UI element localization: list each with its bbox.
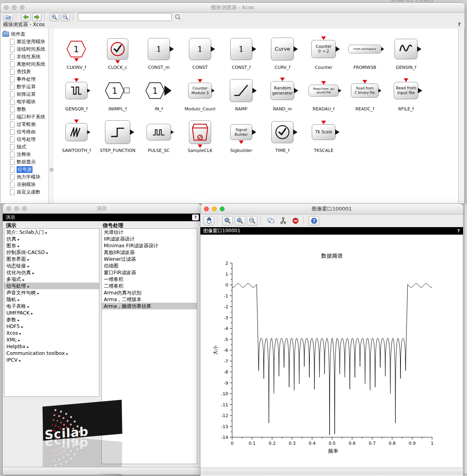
- palette-cell[interactable]: 1CONST: [179, 34, 221, 70]
- palette-cell[interactable]: Read fromC binary fileREADC_f: [344, 76, 385, 112]
- close-button[interactable]: [4, 5, 9, 10]
- palette-cell[interactable]: GENSIN_f: [385, 34, 427, 70]
- list-item[interactable]: 图形▸: [4, 242, 99, 249]
- original-view-button[interactable]: 1: [234, 216, 245, 226]
- list-item[interactable]: 信号处理▸: [4, 283, 99, 289]
- block-Counter[interactable]: Counter0 → 2: [311, 40, 336, 58]
- list-item[interactable]: 二维卷积: [102, 283, 197, 289]
- close-button[interactable]: [204, 207, 209, 211]
- copy-button[interactable]: [265, 216, 276, 226]
- search-input[interactable]: [78, 13, 172, 21]
- tree-item[interactable]: 离散时间系统: [0, 61, 53, 68]
- tree-item[interactable]: 信号路由: [0, 128, 53, 136]
- palette-scrollbar[interactable]: [458, 28, 465, 203]
- palette-cell[interactable]: 1INIMPL_f: [97, 76, 138, 112]
- list-item[interactable]: 参数▸: [4, 316, 99, 323]
- list-item[interactable]: 仿真▸: [4, 235, 99, 242]
- palette-cell[interactable]: 1CONST_f: [221, 34, 262, 70]
- block-CONST_m[interactable]: 1: [148, 38, 170, 60]
- palette-cell[interactable]: 1IN_f: [138, 76, 179, 112]
- block-RAND_m[interactable]: Randomgenerator: [271, 81, 294, 100]
- list-item[interactable]: 图形界面▸: [4, 256, 99, 262]
- tree-item[interactable]: 查找表: [0, 68, 53, 76]
- list-item[interactable]: Arma仿真与识别: [102, 289, 197, 296]
- list-item[interactable]: Arma，二维版本: [102, 296, 197, 303]
- block-STEP_FUNCTION[interactable]: [105, 120, 130, 144]
- list-item[interactable]: 简介: Scilab入门▸: [4, 229, 99, 235]
- list-item[interactable]: IPCV▸: [4, 357, 99, 363]
- tree-item[interactable]: 连续时间系统: [0, 46, 53, 53]
- list-item[interactable]: Xcos▸: [4, 330, 99, 336]
- list-item[interactable]: 光谱估计: [102, 229, 197, 235]
- tree-item[interactable]: 自定义函数: [0, 188, 53, 196]
- palette-cell[interactable]: 1CONST_m: [138, 34, 179, 70]
- list-item[interactable]: Minimax FIR滤波器设计: [102, 242, 197, 249]
- tree-root-palettes[interactable]: 组件盘: [0, 30, 53, 38]
- palette-cell[interactable]: SampleCLK: [179, 117, 221, 153]
- list-item[interactable]: Wiener过滤器: [102, 256, 197, 262]
- rotate-button[interactable]: [204, 216, 214, 226]
- palette-cell[interactable]: GENSQR_f: [56, 76, 97, 112]
- graph-editor-button[interactable]: [278, 216, 288, 226]
- forward-button[interactable]: [32, 13, 42, 21]
- block-FROMWSB[interactable]: From workspace: [348, 45, 381, 53]
- palette-cell[interactable]: STEP_FUNCTION: [97, 117, 138, 153]
- help-button[interactable]: ?: [309, 216, 319, 226]
- list-item[interactable]: 电子表格▸: [4, 303, 99, 309]
- block-READC_f[interactable]: Read fromC binary file: [351, 83, 379, 98]
- palette-cell[interactable]: CLOCK_c: [97, 34, 138, 70]
- maximize-button[interactable]: [220, 207, 225, 211]
- list-item[interactable]: 动态链接▸: [4, 262, 99, 269]
- back-button[interactable]: [21, 13, 30, 21]
- list-item[interactable]: Arma，频谱功率估算: [102, 303, 197, 309]
- block-SAWTOOTH_f[interactable]: [65, 123, 88, 141]
- block-CLKINV_f[interactable]: 1: [67, 41, 86, 57]
- open-button[interactable]: [4, 13, 13, 21]
- list-item[interactable]: 窗口FIR滤波器: [102, 269, 197, 276]
- list-item[interactable]: UMFPACK▸: [4, 309, 99, 316]
- list-item[interactable]: 一维卷积: [102, 276, 197, 283]
- tree-item[interactable]: 数学运算: [0, 83, 53, 91]
- list-item[interactable]: 控制系统-CACSD▸: [4, 249, 99, 256]
- palette-cell[interactable]: Read from .ausound fileREADAU_f: [303, 76, 344, 112]
- tree-item[interactable]: 注释块: [0, 151, 53, 158]
- list-item[interactable]: 多项式▸: [4, 276, 99, 283]
- list-item[interactable]: Helptbx▸: [4, 343, 99, 350]
- tree-item[interactable]: 整数: [0, 106, 53, 113]
- palette-cell[interactable]: PULSE_SC: [138, 117, 179, 153]
- maximize-button[interactable]: [20, 5, 25, 10]
- help-icon[interactable]: ?: [192, 214, 199, 220]
- block-browser-titlebar[interactable]: 模块浏览器 - Xcos: [0, 3, 465, 13]
- plot-canvas[interactable]: 数据频谱大小频率210-1-2-3-4-5-6-7-8-9-10-11-12-1…: [200, 235, 462, 468]
- stop-button[interactable]: [290, 216, 301, 226]
- block-GENSQR_f[interactable]: [65, 82, 88, 99]
- minimize-button[interactable]: [12, 5, 17, 10]
- tree-item[interactable]: 信号处理: [0, 136, 53, 143]
- zoom-in-button[interactable]: [50, 13, 59, 21]
- block-CONST_f[interactable]: 1: [230, 38, 252, 60]
- block-Sigbuilder[interactable]: SignalBuilder: [230, 124, 252, 140]
- list-item[interactable]: 随机▸: [4, 296, 99, 303]
- list-item[interactable]: XML▸: [4, 336, 99, 343]
- block-TKSCALE[interactable]: TK Scale: [312, 124, 335, 140]
- palette-cell[interactable]: SignalBuilderSigbuilder: [221, 117, 262, 153]
- zoom-area-button[interactable]: [222, 216, 233, 226]
- palette-cell[interactable]: Counter0 → 2Counter: [303, 34, 344, 70]
- tree-item[interactable]: 示例模块: [0, 181, 53, 188]
- block-CLOCK_c[interactable]: [107, 38, 128, 60]
- tree-item[interactable]: 矩阵运算: [0, 91, 53, 98]
- tree-item[interactable]: 热力学模块: [0, 173, 53, 181]
- zoom-out-button[interactable]: [61, 13, 70, 21]
- list-item[interactable]: 优化与仿真▸: [4, 269, 99, 276]
- tree-item[interactable]: 数据显示: [0, 158, 53, 166]
- list-item[interactable]: 离散IIR滤波器: [102, 249, 197, 256]
- list-item[interactable]: HDF5▸: [4, 323, 99, 330]
- palette-cell[interactable]: TIME_f: [262, 117, 303, 153]
- zoom-window-button[interactable]: [247, 216, 257, 226]
- block-TIME_f[interactable]: [271, 121, 294, 143]
- palette-cell[interactable]: CurveCURV_f: [262, 34, 303, 70]
- maximize-button[interactable]: [22, 206, 27, 211]
- block-Modulo_Count[interactable]: CounterModulo 3: [188, 83, 212, 99]
- tree-item[interactable]: 隐式: [0, 143, 53, 151]
- block-INIMPL_f[interactable]: 1: [105, 82, 130, 99]
